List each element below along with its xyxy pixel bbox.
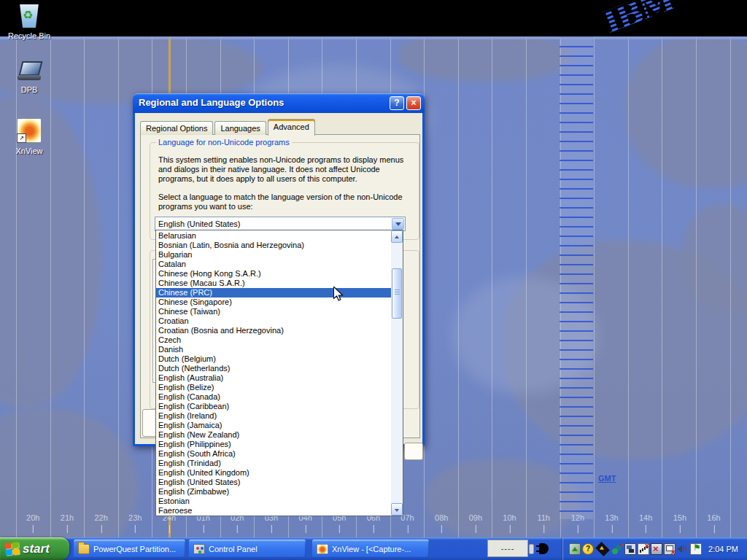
folder-icon — [78, 544, 90, 554]
language-list-item[interactable]: English (Canada) — [156, 392, 391, 402]
timezone-label: 09h — [469, 513, 482, 522]
connection-error-icon[interactable] — [651, 543, 662, 555]
taskbar-button-label: PowerQuest Partition... — [93, 545, 176, 553]
antivirus-icon[interactable] — [582, 543, 594, 555]
language-list-item[interactable]: Bulgarian — [156, 250, 391, 260]
messenger-icon[interactable] — [611, 543, 623, 555]
desktop-icon-recycle-bin[interactable]: Recycle Bin — [1, 4, 58, 40]
language-dropdown-list[interactable]: BelarusianBosnian (Latin, Bosnia and Her… — [155, 230, 403, 516]
language-list-item[interactable]: Estonian — [156, 497, 391, 506]
language-list-item[interactable]: Danish — [156, 345, 391, 354]
language-rows: BelarusianBosnian (Latin, Bosnia and Her… — [156, 231, 391, 516]
xnview-icon — [317, 544, 328, 554]
language-combobox[interactable]: English (United States) — [155, 217, 406, 231]
taskbar: start PowerQuest Partition... Control Pa… — [0, 537, 747, 560]
laptop-icon[interactable] — [16, 61, 42, 82]
desktop-icon-label: Recycle Bin — [8, 31, 50, 40]
language-list-item[interactable]: Chinese (Macau S.A.R.) — [156, 279, 391, 288]
security-flag-icon[interactable] — [690, 543, 702, 555]
language-list-item[interactable]: English (South Africa) — [156, 449, 391, 459]
language-list-item[interactable]: Dutch (Belgium) — [156, 354, 391, 364]
taskbar-button-powerquest[interactable]: PowerQuest Partition... — [74, 540, 185, 558]
tab-advanced[interactable]: Advanced — [268, 119, 315, 136]
select-language-prompt: Select a language to match the language … — [158, 192, 417, 211]
clock[interactable]: 2:04 PM — [708, 545, 738, 553]
network-disconnected-icon[interactable] — [664, 543, 676, 555]
desktop-icon-dpb[interactable]: DPB — [1, 61, 58, 94]
language-list-item[interactable]: Catalan — [156, 260, 391, 269]
timezone-label: 21h — [61, 513, 74, 522]
language-list-item[interactable]: Chinese (Singapore) — [156, 298, 391, 307]
recycle-bin-icon[interactable] — [19, 4, 39, 28]
scroll-down-icon[interactable] — [391, 503, 403, 516]
language-list-item[interactable]: English (United States) — [156, 478, 391, 487]
language-list-item[interactable]: Bosnian (Latin, Bosnia and Herzegovina) — [156, 241, 391, 250]
language-list-item[interactable]: English (Trinidad) — [156, 459, 391, 468]
combobox-value: English (United States) — [158, 219, 241, 228]
desktop-icon-xnview[interactable]: XnView — [1, 118, 58, 155]
tab-regional-options[interactable]: Regional Options — [140, 121, 213, 135]
language-list-item[interactable]: Chinese (PRC) — [156, 288, 391, 298]
language-list-item[interactable]: English (Ireland) — [156, 411, 391, 421]
tab-languages[interactable]: Languages — [214, 121, 266, 135]
xnview-shortcut-icon[interactable] — [17, 118, 42, 143]
taskbar-button-xnview[interactable]: XnView - [<Capture-... — [312, 540, 429, 558]
remove-hardware-icon[interactable] — [569, 543, 581, 555]
system-tray: 2:04 PM — [562, 537, 747, 560]
start-button[interactable]: start — [0, 537, 69, 560]
list-scrollbar[interactable] — [391, 230, 403, 516]
language-list-item[interactable]: Chinese (Hong Kong S.A.R.) — [156, 269, 391, 279]
timezone-label: 20h — [26, 513, 39, 522]
language-list-item[interactable]: English (New Zealand) — [156, 430, 391, 440]
combobox-dropdown-icon[interactable] — [392, 218, 404, 230]
volume-icon[interactable] — [677, 543, 689, 555]
language-list-item[interactable]: English (Australia) — [156, 373, 391, 383]
language-list-item[interactable]: Chinese (Taiwan) — [156, 307, 391, 316]
taskbar-button-label: XnView - [<Capture-... — [332, 545, 411, 553]
help-button[interactable]: ? — [390, 96, 404, 110]
button-fragment-right — [404, 443, 423, 460]
language-list-item[interactable]: Croatian — [156, 316, 391, 326]
gmt-meridian-band — [560, 36, 593, 519]
tray-icons — [569, 543, 702, 555]
dla-icon[interactable] — [595, 542, 610, 556]
language-list-item[interactable]: Czech — [156, 335, 391, 345]
timezone-label: 12h — [571, 513, 584, 522]
language-list-item[interactable]: Faeroese — [156, 506, 391, 516]
timezone-label: 16h — [707, 513, 720, 522]
timezone-label: 13h — [605, 513, 618, 522]
desktop-icon-label: XnView — [15, 147, 42, 155]
language-list-item[interactable]: English (Philippines) — [156, 440, 391, 449]
timezone-label: 10h — [503, 513, 516, 522]
dialog-title: Regional and Language Options — [133, 93, 425, 112]
scrollbar-thumb[interactable] — [392, 268, 402, 319]
timezone-label: 23h — [128, 513, 142, 522]
timezone-label: 22h — [94, 513, 107, 522]
language-list-item[interactable]: English (Caribbean) — [156, 402, 391, 411]
gmt-label: GMT — [598, 474, 616, 483]
language-list-item[interactable]: Croatian (Bosnia and Herzegovina) — [156, 326, 391, 335]
dialog-titlebar[interactable]: Regional and Language Options ? × — [133, 93, 425, 113]
signal-no-connect-icon[interactable] — [638, 543, 649, 555]
close-button[interactable]: × — [406, 96, 421, 110]
non-unicode-description: This system setting enables non-Unicode … — [158, 155, 417, 184]
desktop: IBM GMT 20h21h22h23h24h01h02h03h04h05h06… — [0, 0, 747, 560]
network-place-icon[interactable] — [624, 543, 636, 555]
language-list-item[interactable]: English (Belize) — [156, 383, 391, 392]
start-label: start — [23, 542, 50, 556]
map-top-edge — [0, 36, 747, 39]
language-list-item[interactable]: Belarusian — [156, 231, 391, 241]
timezone-label: 08h — [435, 513, 448, 522]
taskbar-button-control-panel[interactable]: Control Panel — [189, 540, 306, 558]
timezone-label: 15h — [673, 513, 686, 522]
language-list-item[interactable]: English (Jamaica) — [156, 421, 391, 430]
timezone-label: 14h — [639, 513, 652, 522]
taskbar-knob — [529, 544, 534, 554]
language-list-item[interactable]: Dutch (Netherlands) — [156, 364, 391, 373]
power-plug-icon[interactable] — [539, 543, 549, 554]
scroll-up-icon[interactable] — [391, 230, 403, 243]
language-list-item[interactable]: English (United Kingdom) — [156, 468, 391, 478]
language-list-item[interactable]: English (Zimbabwe) — [156, 487, 391, 497]
tab-strip: Regional Options Languages Advanced — [140, 119, 317, 135]
taskbar-misc-box[interactable]: ---- — [487, 540, 528, 557]
